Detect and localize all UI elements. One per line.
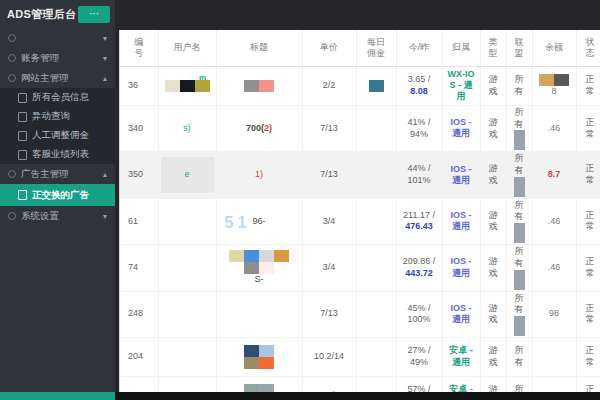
cell-price: 10.2/14 <box>302 337 356 376</box>
cell-id: 36 <box>120 67 158 106</box>
censored-block <box>554 74 569 86</box>
cell-attr: 安卓 - 通用 <box>442 376 480 392</box>
sidebar-item-所有会员信息[interactable]: 所有会员信息 <box>0 88 115 107</box>
cell-text: 游戏 <box>487 210 498 233</box>
cell-balance <box>532 376 576 392</box>
cell-text: .46 <box>548 123 561 133</box>
censored-block <box>514 270 525 290</box>
today-value: 27% / <box>407 345 430 355</box>
table-row[interactable]: 36m2/23.65 /8.08WX-IOS - 通用游戏所有8正常 <box>120 67 600 106</box>
yesterday-value: 100% <box>399 314 440 326</box>
cell-status: 正常 <box>576 198 600 244</box>
cell-alliance: 所有 <box>506 376 532 392</box>
censored-block <box>514 130 525 150</box>
alliance-label: 所有 <box>513 384 524 392</box>
censored-block <box>259 357 274 369</box>
cell-title <box>216 337 302 376</box>
cell-content: .46 <box>548 123 561 133</box>
sidebar-item-人工调整佣金[interactable]: 人工调整佣金 <box>0 126 115 145</box>
alliance-label: 所有 <box>513 74 524 97</box>
sidebar-item-网站主管理[interactable]: 网站主管理▴ <box>0 68 115 88</box>
sidebar-item-正交换的广告[interactable]: 正交换的广告 <box>0 184 115 206</box>
cell-type: 游戏 <box>480 376 506 392</box>
sidebar-item-blank-0[interactable]: ▾ <box>0 28 115 48</box>
alliance-label: 所有 <box>513 293 524 316</box>
table-row[interactable]: 615196-3/4211.17 /476.43IOS - 通用游戏所有.46正… <box>120 198 600 244</box>
table-row[interactable]: 20410.2/1427% /49%安卓 - 通用游戏所有正常 <box>120 337 600 376</box>
cell-text: 1) <box>255 169 263 179</box>
table-row[interactable]: 340s)700(2)7/1341% /94%IOS - 通用游戏所有.46正常 <box>120 106 600 152</box>
attribution-label: WX-IOS - 通用 <box>446 69 477 103</box>
table-row[interactable]: 2487/1345% /100%IOS - 通用游戏所有98正常 <box>120 291 600 337</box>
document-icon <box>18 112 27 122</box>
censored-block <box>259 384 274 392</box>
censored-block <box>180 80 195 92</box>
sidebar-item-客服业绩列表[interactable]: 客服业绩列表 <box>0 145 115 164</box>
sidebar-item-账务管理[interactable]: 账务管理▾ <box>0 48 115 68</box>
yesterday-value: 476.43 <box>399 221 440 233</box>
table-row[interactable]: 350e1)7/1344% /101%IOS - 通用游戏所有8.7正常 <box>120 152 600 198</box>
circle-icon <box>8 74 16 82</box>
sidebar-item-系统设置[interactable]: 系统设置▾ <box>0 206 115 226</box>
cell-today: 44% /101% <box>396 152 442 198</box>
cell-text: 正常 <box>584 210 595 233</box>
cell-text: 游戏 <box>487 384 498 392</box>
cell-today: 211.17 /476.43 <box>396 198 442 244</box>
table-row[interactable]: 27410.2/1457% /99%安卓 - 通用游戏所有正常 <box>120 376 600 392</box>
cell-today: 209.86 /443.72 <box>396 245 442 291</box>
chevron-down-icon: ▾ <box>103 54 107 63</box>
cell-daily <box>356 198 396 244</box>
sidebar: ADS管理后台 ··· ▾账务管理▾网站主管理▴所有会员信息异动查询人工调整佣金… <box>0 0 115 400</box>
today-value: 57% / <box>407 384 430 392</box>
watermark-text: 51 <box>225 213 251 234</box>
sidebar-more-button[interactable]: ··· <box>78 6 110 23</box>
cell-title: S- <box>216 245 302 291</box>
censored-block <box>259 80 274 92</box>
cell-today: 57% /99% <box>396 376 442 392</box>
attribution-label: IOS - 通用 <box>446 210 477 233</box>
cell-alliance: 所有 <box>506 152 532 198</box>
cell-price: 7/13 <box>302 152 356 198</box>
cell-content: 700(2) <box>246 123 272 133</box>
cell-price: 2/2 <box>302 67 356 106</box>
cell-text: 8.7 <box>548 169 561 179</box>
sidebar-item-label: 异动查询 <box>32 110 70 123</box>
yesterday-value: 8.08 <box>399 86 440 98</box>
cell-text: 游戏 <box>487 163 498 186</box>
cell-status: 正常 <box>576 245 600 291</box>
yesterday-value: 101% <box>399 175 440 187</box>
cell-text: 游戏 <box>487 303 498 326</box>
cell-today: 41% /94% <box>396 106 442 152</box>
attribution-label: IOS - 通用 <box>446 117 477 140</box>
censored-block <box>244 80 259 92</box>
cell-user: m <box>158 67 216 106</box>
cell-user <box>158 376 216 392</box>
cell-title: 5196- <box>216 198 302 244</box>
app-title: ADS管理后台 <box>7 7 76 22</box>
cell-id: 248 <box>120 291 158 337</box>
cell-status: 正常 <box>576 67 600 106</box>
cell-today: 45% /100% <box>396 291 442 337</box>
censored-block <box>259 345 274 357</box>
chevron-up-icon: ▴ <box>103 170 107 179</box>
table-row[interactable]: 74S-3/4209.86 /443.72IOS - 通用游戏所有.46正常 <box>120 245 600 291</box>
circle-icon <box>8 212 16 220</box>
sidebar-item-广告主管理[interactable]: 广告主管理▴ <box>0 164 115 184</box>
circle-icon <box>8 54 16 62</box>
censored-block <box>539 74 554 86</box>
censored-block <box>229 250 244 262</box>
cell-attr: IOS - 通用 <box>442 198 480 244</box>
cell-id: 74 <box>120 245 158 291</box>
col-header-daily: 每日佣金 <box>356 30 396 67</box>
sidebar-item-label: 账务管理 <box>21 52 59 65</box>
cell-today: 27% /49% <box>396 337 442 376</box>
cell-daily <box>356 337 396 376</box>
attribution-label: IOS - 通用 <box>446 164 477 187</box>
cell-daily <box>356 106 396 152</box>
cell-id: 204 <box>120 337 158 376</box>
attribution-label: 安卓 - 通用 <box>446 384 477 392</box>
bottom-bar <box>115 392 600 400</box>
yesterday-value: 49% <box>399 357 440 369</box>
ads-table-container: 编号用户名标题单价每日佣金今/昨归属类型联盟余额状态 36m2/23.65 /8… <box>119 30 600 392</box>
sidebar-item-异动查询[interactable]: 异动查询 <box>0 107 115 126</box>
